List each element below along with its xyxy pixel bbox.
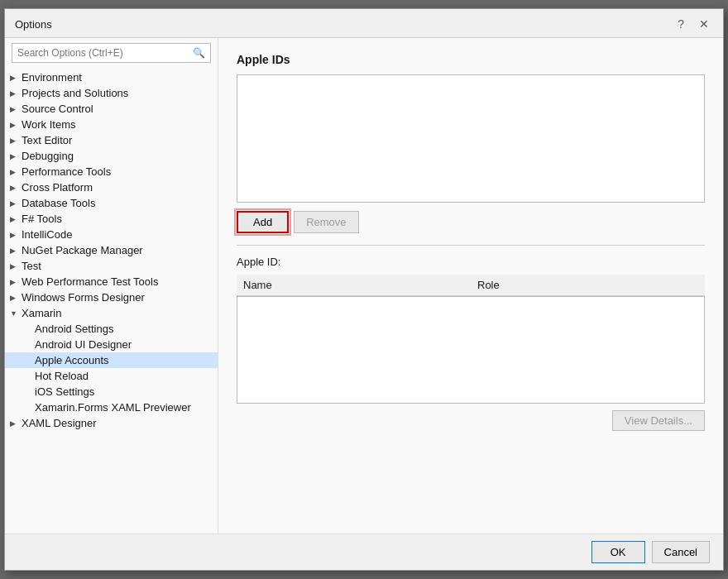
divider	[237, 245, 705, 246]
expand-arrow: ▼	[10, 309, 22, 318]
sidebar-item-label: Source Control	[22, 103, 211, 115]
sidebar-item-android-settings[interactable]: Android Settings	[5, 321, 218, 337]
expand-arrow: ▶	[10, 294, 22, 302]
expand-arrow: ▶	[10, 89, 22, 98]
title-bar-buttons: ? ✕	[673, 16, 713, 32]
sidebar-item-xaml-designer[interactable]: ▶ XAML Designer	[5, 415, 218, 431]
table-header: Name Role	[237, 275, 705, 296]
sidebar-item-label: Xamarin.Forms XAML Previewer	[35, 401, 191, 414]
expand-arrow: ▶	[10, 231, 22, 239]
apple-ids-list	[237, 74, 705, 203]
remove-button[interactable]: Remove	[294, 211, 358, 233]
sidebar-item-xamarin[interactable]: ▼ Xamarin	[5, 305, 218, 321]
sidebar-item-label: Hot Reload	[35, 370, 89, 382]
expand-arrow: ▶	[10, 121, 22, 129]
expand-arrow: ▶	[10, 215, 22, 223]
sidebar-item-nuget-package-manager[interactable]: ▶ NuGet Package Manager	[5, 242, 218, 258]
sidebar-item-ios-settings[interactable]: iOS Settings	[5, 384, 218, 400]
view-details-row: View Details...	[237, 410, 705, 431]
sidebar-item-label: Performance Tools	[22, 165, 211, 178]
sidebar-item-label: Cross Platform	[22, 181, 211, 194]
options-dialog: Options ? ✕ 🔍 ▶ Environment ▶ Projects a…	[4, 8, 724, 571]
section-title: Apple IDs	[237, 53, 705, 66]
col-name-header: Name	[237, 277, 471, 293]
dialog-body: 🔍 ▶ Environment ▶ Projects and Solutions…	[5, 38, 723, 534]
expand-arrow: ▶	[10, 419, 22, 428]
add-button[interactable]: Add	[237, 211, 289, 233]
sidebar-item-debugging[interactable]: ▶ Debugging	[5, 148, 218, 164]
expand-arrow: ▶	[10, 136, 22, 145]
col-role-header: Role	[471, 277, 705, 293]
sidebar-item-xamarin-forms-xaml-previewer[interactable]: Xamarin.Forms XAML Previewer	[5, 400, 218, 415]
sidebar-item-performance-tools[interactable]: ▶ Performance Tools	[5, 164, 218, 179]
sidebar-item-label: Web Performance Test Tools	[22, 275, 211, 288]
sidebar-item-label: Test	[22, 260, 211, 272]
sidebar-item-work-items[interactable]: ▶ Work Items	[5, 117, 218, 132]
ok-button[interactable]: OK	[592, 541, 645, 563]
sidebar-item-label: Apple Accounts	[35, 354, 109, 366]
expand-arrow: ▶	[10, 184, 22, 192]
search-input[interactable]	[12, 44, 188, 62]
main-content: Apple IDs Add Remove Apple ID: Name Role…	[218, 38, 723, 534]
expand-arrow: ▶	[10, 152, 22, 160]
sidebar-item-label: Xamarin	[22, 307, 211, 319]
cancel-button[interactable]: Cancel	[652, 541, 710, 563]
sidebar-item-text-editor[interactable]: ▶ Text Editor	[5, 132, 218, 148]
sidebar-item-label: Environment	[22, 71, 211, 84]
apple-id-label: Apple ID:	[237, 256, 705, 268]
expand-arrow: ▶	[10, 262, 22, 270]
sidebar-item-android-ui-designer[interactable]: Android UI Designer	[5, 337, 218, 352]
expand-arrow: ▶	[10, 278, 22, 286]
sidebar-item-label: Android Settings	[35, 323, 113, 335]
expand-arrow: ▶	[10, 168, 22, 176]
sidebar-item-label: NuGet Package Manager	[22, 244, 211, 256]
sidebar-item-label: Debugging	[22, 150, 211, 162]
sidebar-item-windows-forms-designer[interactable]: ▶ Windows Forms Designer	[5, 290, 218, 305]
apple-id-table	[237, 296, 705, 404]
search-icon: 🔍	[188, 45, 210, 61]
add-remove-row: Add Remove	[237, 211, 705, 233]
sidebar-item-label: Work Items	[22, 118, 211, 131]
sidebar-item-label: F# Tools	[22, 213, 211, 225]
sidebar-item-label: XAML Designer	[22, 417, 211, 429]
sidebar-item-apple-accounts[interactable]: Apple Accounts	[5, 352, 218, 368]
sidebar: 🔍 ▶ Environment ▶ Projects and Solutions…	[5, 38, 218, 534]
sidebar-item-label: Projects and Solutions	[22, 87, 211, 99]
sidebar-item-database-tools[interactable]: ▶ Database Tools	[5, 195, 218, 211]
xamarin-children: Android Settings Android UI Designer App…	[5, 321, 218, 415]
search-box[interactable]: 🔍	[12, 43, 211, 63]
close-button[interactable]: ✕	[695, 16, 713, 32]
sidebar-item-test[interactable]: ▶ Test	[5, 258, 218, 274]
sidebar-item-label: Android UI Designer	[35, 338, 132, 351]
title-bar: Options ? ✕	[5, 9, 723, 38]
sidebar-item-environment[interactable]: ▶ Environment	[5, 69, 218, 85]
expand-arrow: ▶	[10, 246, 22, 255]
sidebar-item-source-control[interactable]: ▶ Source Control	[5, 101, 218, 117]
sidebar-item-label: Text Editor	[22, 134, 211, 146]
help-button[interactable]: ?	[673, 16, 688, 32]
expand-arrow: ▶	[10, 105, 22, 113]
sidebar-item-cross-platform[interactable]: ▶ Cross Platform	[5, 179, 218, 195]
sidebar-item-intellicode[interactable]: ▶ IntelliCode	[5, 227, 218, 242]
sidebar-item-label: Database Tools	[22, 197, 211, 209]
sidebar-item-hot-reload[interactable]: Hot Reload	[5, 368, 218, 384]
dialog-title: Options	[15, 18, 52, 31]
options-tree: ▶ Environment ▶ Projects and Solutions ▶…	[5, 68, 218, 534]
sidebar-item-label: IntelliCode	[22, 228, 211, 241]
sidebar-item-fsharp-tools[interactable]: ▶ F# Tools	[5, 211, 218, 227]
sidebar-item-projects-solutions[interactable]: ▶ Projects and Solutions	[5, 85, 218, 101]
sidebar-item-label: iOS Settings	[35, 385, 94, 398]
dialog-footer: OK Cancel	[5, 534, 723, 570]
sidebar-item-label: Windows Forms Designer	[22, 291, 211, 304]
view-details-button[interactable]: View Details...	[612, 410, 705, 431]
sidebar-item-web-perf-test-tools[interactable]: ▶ Web Performance Test Tools	[5, 274, 218, 290]
expand-arrow: ▶	[10, 199, 22, 208]
expand-arrow: ▶	[10, 74, 22, 82]
